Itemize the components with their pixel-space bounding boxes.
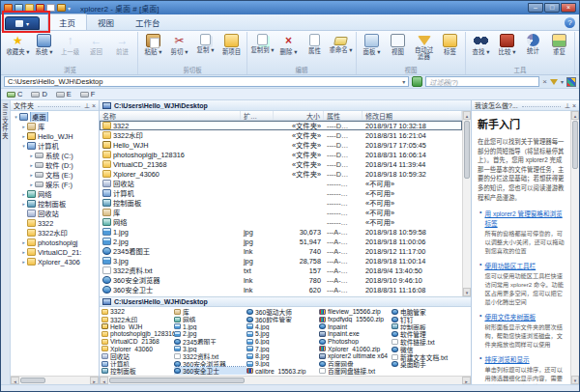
ribbon-button-delete[interactable]: ×删除 ▾ bbox=[276, 32, 302, 66]
file-row[interactable]: 网络------…«不可用» bbox=[100, 217, 462, 227]
tree-item[interactable]: ▸控制面板 bbox=[11, 199, 99, 209]
help-topic-link[interactable]: 排序浏览和显示 bbox=[484, 354, 566, 364]
grid-item[interactable]: 2345看图王 bbox=[174, 338, 246, 346]
grid-item[interactable]: 软件链接.txt bbox=[392, 338, 464, 346]
list-vertical-scrollbar[interactable]: ▴ ▾ bbox=[462, 111, 471, 296]
ribbon-button-find[interactable]: 查找 ▾ bbox=[468, 32, 494, 66]
grid-item[interactable]: 钉钉 bbox=[392, 316, 464, 323]
tab-2[interactable]: 视图 bbox=[87, 14, 125, 30]
file-row[interactable]: Hello_WJH«文件夹»----D…2018/9/17 17:05:45 bbox=[100, 140, 462, 150]
grid-item[interactable]: 6.jpg bbox=[246, 338, 319, 346]
grid-item[interactable]: 360驱动大师 bbox=[246, 308, 319, 316]
tree-horizontal-scrollbar[interactable]: ◂ ▸ bbox=[11, 376, 99, 384]
funnel-icon[interactable] bbox=[550, 79, 558, 85]
file-row[interactable]: 360安全卫士lnk620---A-…2018/8/31 11:16:08 bbox=[100, 285, 462, 294]
tree-expander-icon[interactable]: ▸ bbox=[20, 124, 27, 129]
file-row[interactable]: 库------…«不可用» bbox=[100, 208, 462, 217]
top-pane-tab[interactable]: C:\Users\Hello_WJH\Desktop bbox=[100, 100, 471, 111]
scroll-up-icon[interactable]: ▴ bbox=[463, 111, 471, 120]
grid-item[interactable]: fileview_15566.zip bbox=[319, 308, 392, 316]
help-topic-link[interactable]: 使用文件夹树面板 bbox=[484, 312, 566, 322]
column-header-3[interactable]: 属性 bbox=[324, 111, 362, 120]
go-folder-icon[interactable] bbox=[57, 4, 66, 12]
grid-item[interactable]: Xplorer_41060.zip bbox=[319, 345, 392, 352]
pin-icon[interactable]: ⊥ bbox=[84, 101, 90, 110]
tree-item[interactable]: ▸库 bbox=[11, 122, 99, 131]
tree-item[interactable]: ▸photoshoplgj bbox=[11, 238, 99, 247]
ribbon-button-back[interactable]: ←返回 bbox=[83, 32, 109, 66]
tree-expander-icon[interactable]: ▸ bbox=[28, 172, 35, 178]
file-row[interactable]: VirtualCD_21368«文件夹»----D…2018/9/14 11:3… bbox=[100, 159, 462, 169]
ribbon-button-computer[interactable]: 系统 ▾ bbox=[31, 32, 57, 66]
tree-expander-icon[interactable]: ▸ bbox=[20, 239, 27, 245]
help-vertical-scrollbar[interactable]: ▴ ▾ bbox=[570, 111, 579, 384]
grid-item[interactable]: Xplorer_43060 bbox=[102, 345, 174, 352]
file-row[interactable]: 3322水印«文件夹»----D…2018/8/31 16:21:04 bbox=[100, 130, 462, 140]
ribbon-button-scissors[interactable]: ✂剪切 ▾ bbox=[166, 32, 192, 66]
grid-item[interactable]: 3322资料.txt bbox=[174, 352, 246, 360]
grid-item[interactable]: 电脑管家 bbox=[392, 308, 464, 316]
grid-item[interactable]: 7.jpg bbox=[246, 345, 319, 352]
file-row[interactable]: 计算机------…«不可用» bbox=[100, 188, 462, 198]
grid-horizontal-scrollbar[interactable]: ◂ ▸ bbox=[100, 376, 471, 384]
ribbon-button-clipboard[interactable]: 粘贴 ▾ bbox=[140, 32, 166, 66]
grid-item[interactable]: 微信 bbox=[392, 346, 464, 353]
grid-item[interactable]: 百度网盘链接.txt bbox=[319, 367, 392, 375]
ribbon-button-compare[interactable]: 比较 ▾ bbox=[494, 32, 520, 66]
grid-item[interactable]: VirtualCD_21368 bbox=[102, 338, 174, 346]
ribbon-button-stats[interactable]: 统计 bbox=[520, 32, 546, 66]
grid-item[interactable]: 计算机 bbox=[102, 360, 174, 368]
tab-3[interactable]: 工作台 bbox=[125, 14, 171, 30]
ribbon-button-props[interactable]: 属性 bbox=[302, 32, 328, 66]
close-panel-icon[interactable]: × bbox=[572, 101, 576, 110]
tree-item[interactable]: ▾桌面 bbox=[11, 112, 99, 122]
tree-item[interactable]: 3322水印 bbox=[11, 228, 99, 238]
tree-expander-icon[interactable]: ▾ bbox=[13, 114, 19, 120]
grid-item[interactable]: 360安全浏览器 bbox=[174, 360, 246, 368]
pin-icon[interactable]: ⊥ bbox=[565, 101, 570, 110]
file-row[interactable]: 控制面板------…«不可用» bbox=[100, 198, 462, 208]
filter-icon[interactable] bbox=[36, 4, 44, 12]
scroll-left-icon[interactable]: ◂ bbox=[11, 377, 19, 384]
file-row[interactable]: 3.jpgjpg28,758---A-…2018/9/18 11:00:14 bbox=[100, 256, 462, 266]
qat-dropdown-icon[interactable]: ▾ bbox=[68, 5, 71, 12]
tree-expander-icon[interactable]: ▸ bbox=[28, 153, 35, 158]
tree-item[interactable]: ▸VirtualCD_21: bbox=[11, 247, 99, 257]
grid-item[interactable]: 3.jpg bbox=[174, 345, 246, 352]
ribbon-button-up[interactable]: ↑上一级 bbox=[57, 32, 83, 66]
grid-item[interactable]: 360安全卫士 bbox=[174, 367, 246, 375]
bottom-pane-tab[interactable]: C:\Users\Hello_WJH\Desktop bbox=[100, 296, 471, 307]
help-topic-link[interactable]: 用 xplorer2 管理窗格和浏览标签 bbox=[484, 209, 566, 228]
ribbon-button-copyto[interactable]: 复制到 ▾ bbox=[249, 32, 276, 66]
close-panel-icon[interactable]: × bbox=[92, 101, 96, 110]
ribbon-button-panel[interactable]: 面板 ▾ bbox=[359, 32, 385, 66]
tree-expander-icon[interactable]: ▸ bbox=[20, 249, 27, 255]
help-icon[interactable]: ? bbox=[565, 17, 575, 28]
file-row[interactable]: photoshoplgjb_128316«文件夹»----D…2018/8/31… bbox=[100, 150, 462, 159]
grid-item[interactable]: 控制面板 bbox=[392, 323, 464, 331]
column-header-2[interactable]: 大小 bbox=[274, 111, 324, 120]
tree-expander-icon[interactable]: ▸ bbox=[28, 162, 35, 168]
column-header-0[interactable]: 名称 bbox=[100, 111, 241, 120]
ribbon-button-funnel[interactable]: 自动过滤器 bbox=[411, 32, 437, 66]
grid-item[interactable]: 回收站 bbox=[102, 352, 174, 360]
grid-item[interactable]: 控制面板 bbox=[102, 367, 174, 375]
grid-item[interactable]: calibre_15563.zip bbox=[246, 367, 319, 375]
file-row[interactable]: 3322«文件夹»----D…2018/9/17 10:32:18 bbox=[100, 121, 462, 130]
go-icon[interactable] bbox=[412, 76, 422, 87]
layout-grid-icon[interactable] bbox=[566, 77, 576, 87]
grid-item[interactable]: 桌面助手 bbox=[392, 361, 464, 369]
tree-item[interactable]: ▸网络 bbox=[11, 189, 99, 199]
path-input[interactable]: C:\Users\Hello_WJH\Desktop ▾ bbox=[4, 76, 409, 87]
grid-item[interactable]: 360软件管家 bbox=[246, 316, 319, 323]
new-window-icon[interactable] bbox=[14, 4, 23, 12]
tab-1[interactable]: 主页 bbox=[47, 14, 87, 30]
ribbon-button-forward[interactable]: →前进 bbox=[109, 32, 135, 66]
scroll-right-icon[interactable]: ▸ bbox=[90, 377, 99, 384]
tree-expander-icon[interactable]: ▾ bbox=[20, 143, 27, 149]
filter-input[interactable]: 过滤器(?) bbox=[425, 76, 539, 87]
grid-item[interactable]: 5.jpg bbox=[246, 330, 319, 338]
funnel-dropdown-icon[interactable]: ▾ bbox=[561, 78, 564, 85]
vertical-tab-mini-folders[interactable]: Mini文件夹 bbox=[1, 103, 10, 139]
grid-item[interactable]: 2.jpg bbox=[174, 330, 246, 338]
